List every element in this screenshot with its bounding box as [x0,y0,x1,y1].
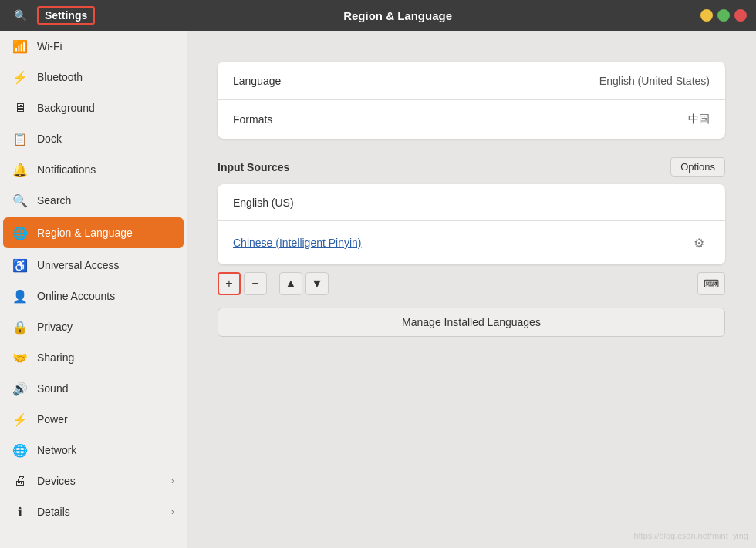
search-icon: 🔍 [14,9,27,22]
titlebar: 🔍 Settings Region & Language [0,0,756,31]
input-source-english-row: English (US) [218,184,725,221]
devices-icon: 🖨 [12,473,28,489]
notifications-icon: 🔔 [12,162,28,177]
language-row: Language English (United States) [218,62,725,100]
sidebar-item-label: Sharing [37,351,74,364]
chevron-down-icon: ▼ [311,277,323,291]
input-sources-card: English (US) Chinese (Intelligent Pinyin… [218,184,725,264]
sidebar-item-sharing[interactable]: 🤝 Sharing [0,342,187,373]
input-sources-toolbar: + − ▲ ▼ ⌨ [218,272,725,295]
sidebar-item-label: Online Accounts [37,290,115,302]
input-source-settings-icon[interactable]: ⚙ [688,232,710,254]
sidebar-item-label: Notifications [37,163,96,176]
sidebar-item-label: Background [37,102,95,114]
sidebar-item-label: Dock [37,133,62,145]
bluetooth-icon: ⚡ [12,69,28,85]
region-language-icon: 🌐 [12,225,28,240]
wifi-icon: 📶 [12,39,28,54]
formats-label: Formats [233,113,688,126]
maximize-button[interactable] [717,9,730,22]
chevron-up-icon: ▲ [285,277,297,291]
window-controls [700,9,747,22]
sidebar-item-sound[interactable]: 🔊 Sound [0,373,187,404]
sidebar-item-label: Power [37,413,68,425]
minimize-button[interactable] [700,9,713,22]
sidebar-item-universal-access[interactable]: ♿ Universal Access [0,250,187,281]
online-accounts-icon: 👤 [12,288,28,304]
privacy-icon: 🔒 [12,319,28,335]
sidebar: 📶 Wi-Fi ⚡ Bluetooth 🖥 Background 📋 Dock … [0,31,187,548]
input-source-chinese-row: Chinese (Intelligent Pinyin) ⚙ [218,221,725,264]
close-button[interactable] [734,9,747,22]
sharing-icon: 🤝 [12,350,28,365]
sidebar-item-label: Wi-Fi [37,40,62,52]
sidebar-item-wifi[interactable]: 📶 Wi-Fi [0,31,187,62]
titlebar-search-button[interactable]: 🔍 [9,5,31,26]
sidebar-item-label: Sound [37,382,68,395]
sidebar-item-details[interactable]: ℹ Details › [0,496,187,527]
power-icon: ⚡ [12,412,28,427]
sidebar-item-privacy[interactable]: 🔒 Privacy [0,311,187,342]
move-down-button[interactable]: ▼ [305,272,329,295]
sidebar-item-label: Network [37,444,76,456]
sidebar-item-label: Search [37,194,71,207]
sidebar-item-online-accounts[interactable]: 👤 Online Accounts [0,281,187,311]
details-icon: ℹ [12,504,28,519]
sidebar-item-region-language[interactable]: 🌐 Region & Language [3,217,184,248]
sidebar-item-network[interactable]: 🌐 Network [0,435,187,466]
app-title: Settings [37,6,95,25]
options-button[interactable]: Options [670,157,725,177]
language-label: Language [233,75,599,87]
sidebar-item-power[interactable]: ⚡ Power [0,404,187,435]
language-formats-card: Language English (United States) Formats… [218,62,725,139]
sidebar-item-label: Universal Access [37,259,120,271]
remove-input-source-button[interactable]: − [244,272,267,295]
language-value: English (United States) [599,75,710,87]
sidebar-item-background[interactable]: 🖥 Background [0,92,187,123]
sidebar-item-label: Privacy [37,321,73,333]
sidebar-item-bluetooth[interactable]: ⚡ Bluetooth [0,62,187,92]
page-title: Region & Language [95,9,700,22]
input-sources-title: Input Sources [218,161,289,173]
chevron-right-icon: › [171,506,174,517]
chevron-right-icon: › [171,476,174,486]
keyboard-icon: ⌨ [704,277,719,290]
main-container: 📶 Wi-Fi ⚡ Bluetooth 🖥 Background 📋 Dock … [0,31,756,548]
input-source-chinese: Chinese (Intelligent Pinyin) [233,237,688,249]
sidebar-item-label: Bluetooth [37,71,83,83]
input-sources-header: Input Sources Options [218,157,725,177]
sound-icon: 🔊 [12,381,28,396]
formats-value: 中国 [688,113,710,126]
sidebar-item-label: Region & Language [37,227,133,239]
manage-languages-button[interactable]: Manage Installed Languages [218,308,725,337]
input-source-english: English (US) [233,197,710,209]
universal-access-icon: ♿ [12,257,28,273]
search-nav-icon: 🔍 [12,193,28,208]
sidebar-item-label: Devices [37,475,76,487]
keyboard-button[interactable]: ⌨ [697,272,725,295]
content-area: Language English (United States) Formats… [187,31,756,548]
sidebar-item-devices[interactable]: 🖨 Devices › [0,466,187,496]
dock-icon: 📋 [12,131,28,146]
move-up-button[interactable]: ▲ [279,272,302,295]
formats-row: Formats 中国 [218,100,725,139]
network-icon: 🌐 [12,442,28,458]
sidebar-item-dock[interactable]: 📋 Dock [0,123,187,154]
sidebar-item-notifications[interactable]: 🔔 Notifications [0,154,187,185]
add-input-source-button[interactable]: + [218,272,241,295]
sidebar-item-search[interactable]: 🔍 Search [0,185,187,216]
sidebar-item-label: Details [37,506,70,518]
background-icon: 🖥 [12,100,28,116]
